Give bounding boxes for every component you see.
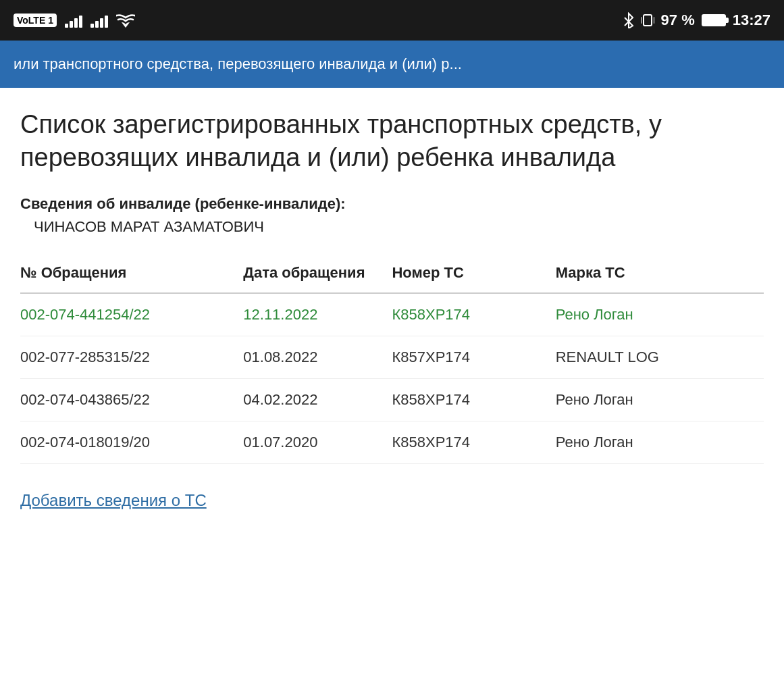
bar3 [100, 18, 103, 28]
battery-icon [702, 14, 726, 26]
table-row: 002-074-441254/2212.11.2022К858ХР174Рено… [20, 293, 764, 336]
svg-rect-0 [644, 15, 652, 26]
signal-bars-2 [90, 13, 108, 28]
table-cell-2: К858ХР174 [392, 293, 555, 336]
table-header-row: № Обращения Дата обращения Номер ТС Марк… [20, 256, 764, 293]
table-cell-0: 002-077-285315/22 [20, 336, 243, 378]
table-cell-0: 002-074-043865/22 [20, 378, 243, 421]
table-cell-1: 04.02.2022 [243, 378, 392, 421]
col-header-brand: Марка ТС [556, 256, 764, 293]
col-header-plate: Номер ТС [392, 256, 555, 293]
table-cell-2: К858ХР174 [392, 378, 555, 421]
data-table: № Обращения Дата обращения Номер ТС Марк… [20, 256, 764, 464]
clock: 13:27 [733, 11, 770, 29]
battery-percent: 97 % [661, 11, 695, 29]
bar1 [90, 24, 94, 28]
status-right: 97 % 13:27 [623, 11, 770, 29]
person-info-section: Сведения об инвалиде (ребенке-инвалиде):… [20, 195, 764, 236]
bluetooth-icon [623, 12, 634, 28]
table-cell-3: RENAULT LOG [556, 336, 764, 378]
col-header-number: № Обращения [20, 256, 243, 293]
top-header-bar: или транспортного средства, перевозящего… [0, 41, 784, 88]
volte-badge: VoLTE 1 [14, 14, 57, 27]
table-cell-3: Рено Логан [556, 293, 764, 336]
table-cell-1: 12.11.2022 [243, 293, 392, 336]
col-header-date: Дата обращения [243, 256, 392, 293]
add-ts-link[interactable]: Добавить сведения о ТС [20, 491, 207, 509]
table-cell-1: 01.07.2020 [243, 421, 392, 463]
table-row: 002-077-285315/2201.08.2022К857ХР174RENA… [20, 336, 764, 378]
main-content: Список зарегистрированных транспортных с… [0, 88, 784, 537]
table-cell-0: 002-074-018019/20 [20, 421, 243, 463]
bar1 [65, 24, 68, 28]
table-row: 002-074-043865/2204.02.2022К858ХР174Рено… [20, 378, 764, 421]
status-left: VoLTE 1 [14, 13, 135, 28]
table-cell-2: К857ХР174 [392, 336, 555, 378]
table-cell-1: 01.08.2022 [243, 336, 392, 378]
bar4 [79, 16, 82, 28]
table-cell-3: Рено Логан [556, 378, 764, 421]
wifi-icon [116, 13, 135, 28]
person-info-label: Сведения об инвалиде (ребенке-инвалиде): [20, 195, 764, 213]
bar2 [95, 21, 99, 28]
bar3 [74, 18, 78, 28]
table-cell-0: 002-074-441254/22 [20, 293, 243, 336]
page-title: Список зарегистрированных транспортных с… [20, 108, 764, 175]
signal-bars-1 [65, 13, 82, 28]
top-header-text: или транспортного средства, перевозящего… [14, 55, 462, 73]
table-cell-3: Рено Логан [556, 421, 764, 463]
bar4 [105, 16, 108, 28]
status-bar: VoLTE 1 [0, 0, 784, 41]
table-cell-2: К858ХР174 [392, 421, 555, 463]
person-info-name: ЧИНАСОВ МАРАТ АЗАМАТОВИЧ [20, 218, 764, 236]
bar2 [70, 21, 73, 28]
table-row: 002-074-018019/2001.07.2020К858ХР174Рено… [20, 421, 764, 463]
vibrate-icon [641, 12, 654, 28]
